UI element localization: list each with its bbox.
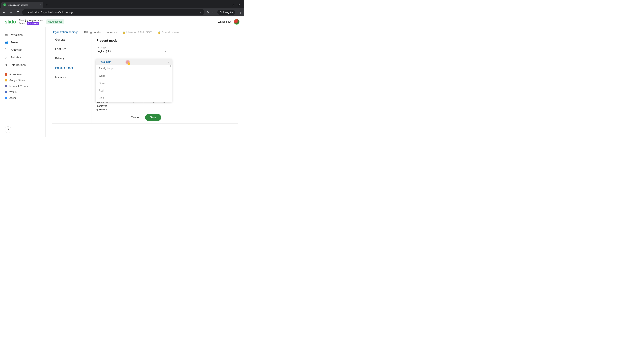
site-info-icon[interactable]: ≡	[24, 11, 26, 13]
integration-powerpoint[interactable]: PowerPoint	[0, 71, 46, 77]
tab-domain-claim[interactable]: 🔒Domain claim	[158, 30, 179, 36]
integration-zoom[interactable]: Zoom	[0, 95, 46, 101]
google-slides-icon	[5, 79, 8, 81]
zoom-icon	[5, 97, 8, 99]
sidebar-item-label: Integrations	[11, 63, 26, 67]
forward-button[interactable]: →	[9, 10, 13, 14]
my-slidos-icon: ▦	[5, 33, 8, 37]
incognito-icon: ⌬	[220, 11, 222, 14]
integration-label: Webex	[10, 90, 17, 93]
sidebar-item-label: Team	[11, 41, 18, 44]
theme-option-green[interactable]: Green	[96, 80, 172, 87]
tab-label: Domain claim	[162, 31, 179, 34]
org-name[interactable]: Moodjoy organization	[19, 18, 43, 22]
settings-nav-present-mode[interactable]: Present mode	[52, 63, 92, 72]
help-button[interactable]: ?	[5, 126, 12, 133]
url-text: admin.sli.do/organization/default-settin…	[28, 11, 73, 14]
tab-member-saml-sso[interactable]: 🔒Member SAML SSO	[122, 30, 152, 36]
integration-webex[interactable]: Webex	[0, 89, 46, 95]
incognito-badge[interactable]: ⌬ Incognito	[217, 10, 235, 15]
language-label: Language	[96, 46, 166, 49]
window-minimize-icon[interactable]: ―	[225, 3, 228, 6]
tutorials-icon: ▷	[5, 56, 8, 59]
section-title: Present mode	[96, 39, 233, 42]
sidebar-item-label: Tutorials	[11, 56, 22, 59]
window-close-icon[interactable]: ✕	[238, 3, 241, 6]
downloads-icon[interactable]: ⭳	[212, 11, 214, 14]
sidebar-item-integrations[interactable]: ❖Integrations	[0, 61, 46, 69]
integration-ms-teams[interactable]: Microsoft Teams	[0, 83, 46, 89]
theme-option-black[interactable]: Black	[96, 94, 172, 102]
num-displayed-label: Number of displayed questions	[96, 100, 115, 111]
tab-label: Member SAML SSO	[126, 31, 152, 34]
sidebar-item-label: Analytics	[11, 48, 22, 52]
save-button[interactable]: Save	[145, 114, 161, 121]
theme-dropdown-header[interactable]: Royal blue ▾ 👆	[96, 59, 172, 65]
org-role: Owner	[19, 22, 26, 25]
settings-nav-general[interactable]: General	[52, 36, 92, 44]
slido-logo[interactable]: slido	[5, 19, 16, 25]
theme-dropdown[interactable]: Royal blue ▾ 👆 Sandy beige White Green R…	[96, 59, 172, 102]
theme-option-red[interactable]: Red	[96, 87, 172, 94]
reload-button[interactable]: ⟲	[16, 10, 20, 14]
chevron-down-icon: ▼	[164, 50, 166, 52]
settings-nav-privacy[interactable]: Privacy	[52, 54, 92, 63]
theme-option-sandy-beige[interactable]: Sandy beige	[96, 65, 172, 72]
integration-label: Zoom	[10, 96, 16, 99]
powerpoint-icon	[5, 73, 8, 76]
settings-nav-invoices[interactable]: Invoices	[52, 72, 92, 82]
tab-invoices[interactable]: Invoices	[106, 30, 117, 36]
new-interface-badge[interactable]: New interface	[46, 19, 64, 24]
extensions-icon[interactable]: ⧉	[207, 11, 209, 14]
bookmark-star-icon[interactable]: ☆	[200, 10, 202, 14]
integration-label: Microsoft Teams	[10, 85, 28, 87]
sidebar-item-tutorials[interactable]: ▷Tutorials	[0, 54, 46, 61]
ms-teams-icon	[5, 85, 8, 87]
lock-icon: 🔒	[122, 31, 125, 34]
new-tab-button[interactable]: +	[44, 2, 49, 7]
sidebar-item-team[interactable]: 👥Team	[0, 39, 46, 46]
analytics-icon: 〽	[5, 48, 8, 52]
avatar[interactable]	[234, 19, 240, 25]
incognito-label: Incognito	[223, 11, 233, 13]
webex-icon	[5, 91, 8, 93]
back-button[interactable]: ←	[2, 10, 6, 14]
window-maximize-icon[interactable]: ▢	[231, 3, 234, 6]
sidebar-item-my-slidos[interactable]: ▦My slidos	[0, 31, 46, 39]
address-bar[interactable]: ≡ admin.sli.do/organization/default-sett…	[22, 9, 204, 15]
cancel-button[interactable]: Cancel	[129, 114, 142, 121]
theme-selected-value: Royal blue	[98, 60, 111, 63]
click-indicator	[126, 60, 130, 64]
theme-option-white[interactable]: White	[96, 72, 172, 80]
tab-organization-settings[interactable]: Organization settings	[52, 30, 78, 36]
browser-menu-icon[interactable]: ⋮	[239, 10, 242, 14]
integration-label: Google Slides	[10, 79, 25, 82]
integrations-icon: ❖	[5, 63, 8, 67]
lock-icon: 🔒	[158, 31, 160, 34]
language-value: English (US)	[96, 50, 112, 53]
language-select[interactable]: English (US) ▼	[96, 49, 166, 54]
upgrade-badge[interactable]: UPGRADE	[27, 22, 40, 25]
integration-google-slides[interactable]: Google Slides	[0, 77, 46, 83]
tab-title: Organization settings	[8, 4, 28, 6]
chevron-down-icon: ▾	[168, 61, 169, 63]
team-icon: 👥	[5, 41, 8, 44]
sidebar-item-analytics[interactable]: 〽Analytics	[0, 46, 46, 54]
whats-new-link[interactable]: What's new	[218, 20, 231, 23]
tab-billing-details[interactable]: Billing details	[84, 30, 101, 36]
browser-tab[interactable]: s Organization settings ×	[1, 2, 43, 8]
settings-nav-features[interactable]: Features	[52, 44, 92, 54]
sidebar-item-label: My slidos	[11, 33, 23, 37]
tab-favicon: s	[3, 3, 6, 6]
integration-label: PowerPoint	[10, 73, 22, 76]
close-tab-icon[interactable]: ×	[40, 3, 41, 6]
